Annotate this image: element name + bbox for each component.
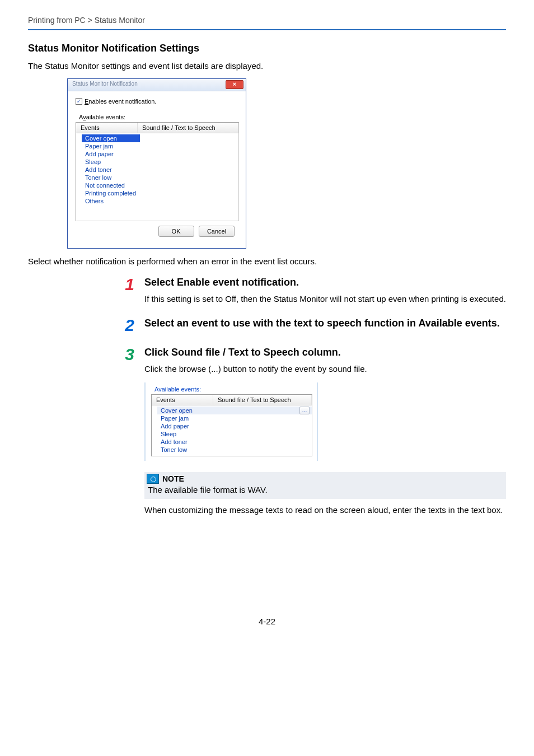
checkbox-label: Enables event notification. <box>85 98 156 105</box>
step-number: 1 <box>118 276 134 305</box>
checkbox-icon[interactable]: ✓ <box>76 98 82 105</box>
col-sound[interactable]: Sound file / Text to Speech <box>213 395 312 405</box>
list-item[interactable]: Cover open <box>82 134 140 142</box>
breadcrumb: Printing from PC > Status Monitor <box>28 16 506 29</box>
step-2: 2 Select an event to use with the text t… <box>118 317 506 334</box>
page-title: Status Monitor Notification Settings <box>28 43 506 54</box>
grid-body: Cover open Paper jam Add paper Sleep Add… <box>76 133 238 221</box>
notification-dialog: Status Monitor Notification × ✓ Enables … <box>67 78 246 249</box>
dialog-fragment: Available events: Events Sound file / Te… <box>144 382 506 461</box>
page-number: 4-22 <box>28 617 506 626</box>
step-text: Click the browse (...) button to notify … <box>144 363 506 375</box>
list-item[interactable]: Others <box>76 197 238 205</box>
list-item[interactable]: Printing completed <box>76 189 238 197</box>
list-item[interactable]: Paper jam <box>76 142 238 150</box>
events-grid: Events Sound file / Text to Speech Cover… <box>151 394 312 456</box>
divider <box>28 29 506 30</box>
enable-notification-row[interactable]: ✓ Enables event notification. <box>76 98 239 105</box>
step-title: Select an event to use with the text to … <box>144 317 506 330</box>
list-item[interactable]: Toner low <box>152 446 312 454</box>
grid-header: Events Sound file / Text to Speech <box>76 123 238 133</box>
page: Printing from PC > Status Monitor Status… <box>0 0 534 648</box>
steps: 1 Select Enable event notification. If t… <box>28 276 506 516</box>
col-sound[interactable]: Sound file / Text to Speech <box>138 123 238 133</box>
list-item[interactable]: Add paper <box>76 150 238 158</box>
step-number: 2 <box>118 317 134 334</box>
after-note-text: When customizing the message texts to re… <box>144 505 506 516</box>
list-item-label: Cover open <box>161 407 193 414</box>
list-item[interactable]: Sleep <box>76 158 238 166</box>
note-box: NOTE The available file format is WAV. <box>144 472 506 499</box>
dialog-body: ✓ Enables event notification. Available … <box>68 91 246 248</box>
list-item[interactable]: Sleep <box>152 430 312 438</box>
step-title: Select Enable event notification. <box>144 276 506 289</box>
note-text: The available file format is WAV. <box>144 485 506 494</box>
cancel-button[interactable]: Cancel <box>199 226 235 237</box>
list-item[interactable]: Not connected <box>76 181 238 189</box>
grid-header: Events Sound file / Text to Speech <box>152 395 312 405</box>
dialog-illustration: Status Monitor Notification × ✓ Enables … <box>28 78 506 249</box>
dialog-title: Status Monitor Notification <box>72 81 138 87</box>
step-1: 1 Select Enable event notification. If t… <box>118 276 506 305</box>
events-fragment: Available events: Events Sound file / Te… <box>144 382 318 461</box>
note-header: NOTE <box>144 472 506 485</box>
list-item[interactable]: Toner low <box>76 174 238 181</box>
available-events-label: Available events: <box>154 386 311 393</box>
step-title: Click Sound file / Text to Speech column… <box>144 346 506 359</box>
list-item[interactable]: Add toner <box>152 438 312 446</box>
available-events-label: Available events: <box>79 114 239 120</box>
after-dialog-text: Select whether notification is performed… <box>28 256 506 266</box>
dialog-buttons: OK Cancel <box>76 221 239 242</box>
events-grid: Events Sound file / Text to Speech Cover… <box>76 122 239 221</box>
step-text: If this setting is set to Off, then the … <box>144 293 506 305</box>
col-events[interactable]: Events <box>76 123 138 133</box>
step-number: 3 <box>118 346 134 516</box>
list-item[interactable]: Add paper <box>152 422 312 430</box>
ok-button[interactable]: OK <box>158 226 194 237</box>
list-item[interactable]: Paper jam <box>152 414 312 422</box>
col-events[interactable]: Events <box>152 395 213 405</box>
list-item[interactable]: Cover open ... <box>157 407 312 414</box>
intro-text: The Status Monitor settings and event li… <box>28 61 506 71</box>
grid-body: Cover open ... Paper jam Add paper Sleep… <box>152 405 312 456</box>
note-icon <box>147 474 159 484</box>
dialog-titlebar: Status Monitor Notification × <box>68 79 246 91</box>
step-3: 3 Click Sound file / Text to Speech colu… <box>118 346 506 516</box>
note-title: NOTE <box>162 474 184 483</box>
close-icon[interactable]: × <box>226 80 243 89</box>
browse-button[interactable]: ... <box>299 407 310 414</box>
list-item[interactable]: Add toner <box>76 166 238 174</box>
